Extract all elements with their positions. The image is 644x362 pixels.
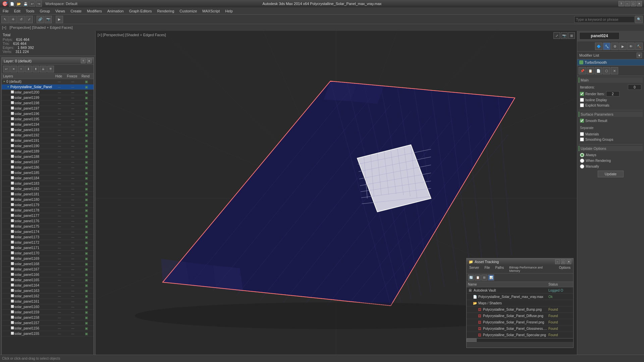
panel-display-btn[interactable]: 👁	[627, 43, 635, 50]
maximize-btn[interactable]: □	[631, 1, 636, 6]
menu-item-customize[interactable]: Customize	[177, 7, 200, 14]
layer-row[interactable]: ⬜solar_panel1160——▣	[2, 304, 94, 310]
iterations-input[interactable]	[628, 84, 641, 90]
mod-copy-btn[interactable]: 📋	[587, 67, 594, 74]
layer-row[interactable]: ⬜solar_panel1158——▣	[2, 315, 94, 320]
search-btn[interactable]: 🔍	[635, 16, 643, 23]
layer-row[interactable]: ⬜solar_panel1189——▣	[2, 149, 94, 154]
layer-row[interactable]: ⬜solar_panel1172——▣	[2, 240, 94, 245]
menu-item-animation[interactable]: Animation	[105, 7, 126, 14]
layer-row[interactable]: ⬜solar_panel1166——▣	[2, 272, 94, 278]
menu-item-rendering[interactable]: Rendering	[155, 7, 177, 14]
at-menu-server[interactable]: Server	[467, 265, 482, 273]
menu-item-graph-editors[interactable]: Graph Editors	[126, 7, 155, 14]
at-list-item[interactable]: 🏛Autodesk VaultLogged O	[467, 287, 573, 294]
at-list-item[interactable]: 📂Maps / Shaders	[467, 300, 573, 306]
rotate-btn[interactable]: ↺	[17, 16, 25, 23]
panel-hierarchy-btn[interactable]: ⚙	[611, 43, 619, 50]
at-menu-bitmap[interactable]: Bitmap Performance and Memory	[506, 265, 556, 273]
search-input[interactable]	[574, 16, 635, 23]
scale-btn[interactable]: ⤢	[25, 16, 33, 23]
modifier-list-dropdown-btn[interactable]: ▼	[637, 53, 642, 58]
save-btn[interactable]: 💾	[22, 1, 29, 7]
layer-row[interactable]: ⬜solar_panel1175——▣	[2, 224, 94, 229]
layer-row[interactable]: ⬜solar_panel1171——▣	[2, 245, 94, 251]
menu-item-file[interactable]: File	[0, 7, 11, 14]
layer-row[interactable]: ⬜solar_panel1186——▣	[2, 165, 94, 170]
redo-btn[interactable]: ↪	[36, 1, 42, 7]
render-btn[interactable]: ▶	[56, 16, 63, 23]
layer-row[interactable]: ⬜solar_panel1176——▣	[2, 219, 94, 224]
viewport-camera-btn[interactable]: 📷	[561, 32, 568, 39]
layer-row[interactable]: ⬜solar_panel1178——▣	[2, 208, 94, 213]
layer-row[interactable]: ⬜solar_panel1167——▣	[2, 267, 94, 272]
layer-row[interactable]: ⬜solar_panel1164——▣	[2, 283, 94, 288]
at-menu-paths[interactable]: Paths	[493, 265, 507, 273]
modifier-item-turbosmooth[interactable]: TurboSmooth	[577, 59, 644, 66]
layer-row[interactable]: ⬜solar_panel1156——▣	[2, 326, 94, 331]
at-list-item[interactable]: 🖼Polycrystalline_Solar_Panel_Diffuse.png…	[467, 313, 573, 319]
camera-btn[interactable]: 📷	[45, 16, 52, 23]
layer-row[interactable]: ⬜solar_panel1168——▣	[2, 261, 94, 267]
layer-move-down-btn[interactable]: ⬇	[25, 66, 32, 72]
layer-move-up-btn[interactable]: ⬆	[33, 66, 39, 72]
layer-row[interactable]: ⬜solar_panel1155——▣	[2, 331, 94, 337]
at-list-item[interactable]: 🖼Polycrystalline_Solar_Panel_Specular.pn…	[467, 332, 573, 338]
panel-utilities-btn[interactable]: 🔨	[635, 43, 643, 50]
menu-item-maxscript[interactable]: MAXScript	[200, 7, 222, 14]
layer-row[interactable]: ⬜solar_panel1159——▣	[2, 310, 94, 315]
viewport-maximize-btn[interactable]: ⤢	[553, 32, 560, 39]
smooth-result-checkbox[interactable]	[580, 119, 584, 123]
layer-row[interactable]: ⬜solar_panel1197——▣	[2, 106, 94, 111]
layer-row[interactable]: ⬜solar_panel1200——▣	[2, 90, 94, 95]
panel-create-btn[interactable]: 🔷	[595, 43, 602, 50]
asset-tracking-list[interactable]: 🏛Autodesk VaultLogged O📄Polycrystalline_…	[467, 287, 573, 338]
at-list-btn[interactable]: 📋	[475, 275, 481, 281]
menu-item-create[interactable]: Create	[68, 7, 84, 14]
render-iters-checkbox[interactable]	[580, 92, 584, 96]
layer-row[interactable]: ⬜solar_panel1190——▣	[2, 143, 94, 149]
panel-modify-btn active[interactable]: 🔧	[603, 43, 610, 50]
at-close-btn[interactable]: ✕	[567, 259, 571, 264]
mod-make-unique-btn[interactable]: ⬡	[603, 67, 610, 74]
close-btn[interactable]: ✕	[637, 1, 642, 6]
layers-help-btn[interactable]: ?	[81, 59, 86, 63]
when-rendering-radio[interactable]	[580, 159, 584, 163]
isoline-checkbox[interactable]	[580, 98, 584, 102]
help-btn[interactable]: ?	[619, 1, 624, 6]
layers-close-btn[interactable]: ✕	[87, 59, 92, 63]
undo-btn[interactable]: ↩	[29, 1, 35, 7]
at-minimize-btn[interactable]: −	[555, 259, 560, 264]
layer-reset-btn[interactable]: ↩	[3, 66, 10, 72]
manually-radio[interactable]	[580, 164, 584, 169]
at-list-item[interactable]: 🖼Polycrystalline_Solar_Panel_Fresnel.png…	[467, 319, 573, 325]
at-refresh-btn[interactable]: 🔄	[468, 275, 474, 281]
link-btn[interactable]: 🔗	[37, 16, 44, 23]
materials-checkbox[interactable]	[580, 132, 584, 136]
layer-add-btn[interactable]: +	[18, 66, 24, 72]
minimize-btn[interactable]: −	[625, 1, 630, 6]
layer-row[interactable]: ⬜solar_panel1173——▣	[2, 235, 94, 240]
layer-row[interactable]: ⬜solar_panel1192——▣	[2, 133, 94, 138]
layer-row[interactable]: ⬜solar_panel1193——▣	[2, 127, 94, 133]
layers-list[interactable]: ▸0 (default)——▣▸Polycrystalline_Solar_Pa…	[2, 79, 94, 360]
menu-item-edit[interactable]: Edit	[11, 7, 23, 14]
open-btn[interactable]: 📂	[16, 1, 22, 7]
at-restore-btn[interactable]: □	[561, 259, 566, 264]
layer-row[interactable]: ▸Polycrystalline_Solar_Panel——▣	[2, 84, 94, 90]
layer-row[interactable]: ⬜solar_panel1161——▣	[2, 299, 94, 304]
at-list-item[interactable]: 🖼Polycrystalline_Solar_Panel_Glossiness.…	[467, 325, 573, 332]
menu-item-group[interactable]: Group	[37, 7, 53, 14]
render-iters-input[interactable]	[606, 91, 620, 97]
menu-item-views[interactable]: Views	[53, 7, 68, 14]
at-horizontal-scrollbar[interactable]	[467, 338, 573, 342]
at-grid-btn[interactable]: ⊞	[481, 275, 487, 281]
at-menu-file[interactable]: File	[482, 265, 492, 273]
layer-row[interactable]: ⬜solar_panel1184——▣	[2, 176, 94, 181]
layer-row[interactable]: ⬜solar_panel1181——▣	[2, 192, 94, 197]
layer-row[interactable]: ⬜solar_panel1182——▣	[2, 186, 94, 192]
layer-row[interactable]: ⬜solar_panel1185——▣	[2, 170, 94, 176]
layer-collapse-btn[interactable]: ⇊	[40, 66, 47, 72]
layer-row[interactable]: ⬜solar_panel1187——▣	[2, 160, 94, 165]
layer-expand-btn[interactable]: ⇈	[47, 66, 54, 72]
